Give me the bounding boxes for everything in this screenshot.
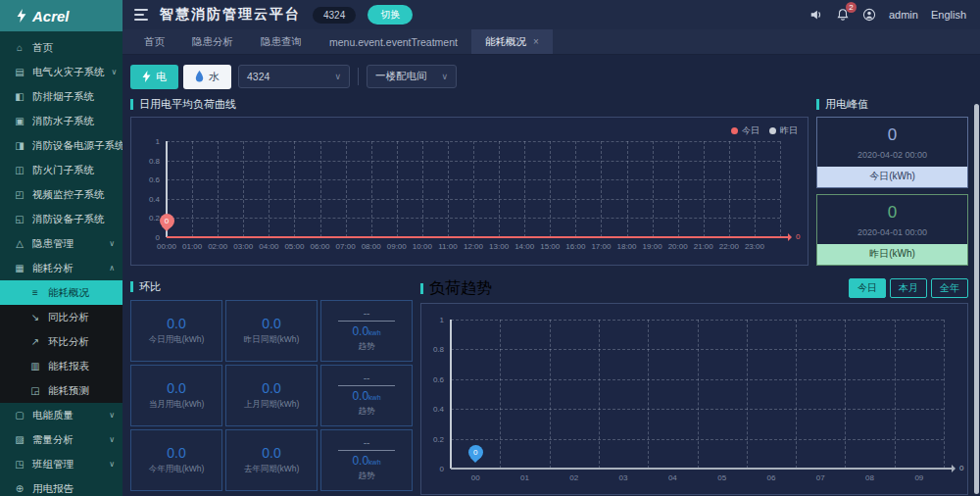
x-axis-tick: 06 (752, 473, 791, 482)
ring-card-1: 0.0昨日同期(kWh) (225, 300, 318, 362)
sidebar-item-fire-device[interactable]: ◱消防设备子系统 (0, 207, 122, 231)
data-point-marker: 0 (160, 214, 174, 228)
circuit-select[interactable]: 一楼配电间 ∨ (367, 65, 457, 88)
v-gridline (320, 141, 321, 237)
tab-energy-overview[interactable]: 能耗概况× (471, 29, 553, 54)
sidebar-item-energy-analysis[interactable]: ▦能耗分析∧ (0, 256, 122, 280)
tab-hazard-query[interactable]: 隐患查询 (247, 29, 316, 54)
device-icon: ◱ (14, 214, 25, 224)
v-gridline (524, 141, 525, 237)
v-gridline (550, 141, 551, 237)
v-gridline (780, 141, 781, 237)
range-button-1[interactable]: 本月 (890, 278, 927, 298)
tab-hazard-analysis[interactable]: 隐患分析 (178, 29, 247, 54)
ring-ratio-value: 0.0kwh (352, 324, 380, 338)
sidebar-item-power-report[interactable]: ⊕用电报告 (0, 476, 122, 496)
ring-title: 环比 (139, 279, 161, 294)
peak-title: 用电峰值 (825, 97, 868, 112)
ring-card-label: 趋势 (359, 341, 375, 353)
ring-card-label: 趋势 (359, 471, 375, 482)
user-avatar-icon[interactable] (862, 8, 876, 22)
water-system-icon: ▣ (14, 116, 25, 126)
sidebar-item-team-mgmt[interactable]: ◳班组管理∨ (0, 452, 122, 476)
axis-arrow-icon (952, 465, 959, 472)
list-icon: ≡ (29, 287, 41, 298)
switch-button[interactable]: 切换 (368, 5, 413, 25)
peak-label-yesterday: 昨日(kWh) (817, 244, 967, 265)
x-axis-tick: 02 (555, 473, 594, 482)
v-gridline (397, 141, 398, 237)
tab-label: 隐患分析 (192, 35, 233, 49)
station-select[interactable]: 4324 ∨ (238, 65, 350, 88)
sidebar-item-fire-door[interactable]: ◫防火门子系统 (0, 158, 122, 182)
load-curve-chart: 今日昨日 10.80.60.40.2000:0001:0002:0003:000… (130, 117, 808, 266)
tab-event-treatment[interactable]: menu.event.eventTreatment (316, 29, 471, 54)
range-button-2[interactable]: 全年 (931, 278, 968, 298)
sidebar-item-home[interactable]: ⌂首页 (0, 35, 122, 60)
username-link[interactable]: admin (889, 9, 918, 21)
sidebar-item-demand-analysis[interactable]: ▨需量分析∨ (0, 427, 122, 452)
tab-bar: 首页隐患分析隐患查询menu.event.eventTreatment能耗概况× (122, 29, 980, 55)
v-gridline (192, 141, 193, 237)
sidebar-item-energy-report[interactable]: ▥能耗报表 (0, 354, 122, 378)
sidebar-item-electrical-fire[interactable]: ▤电气火灾子系统∨ (0, 60, 122, 84)
chevron-down-icon: ∨ (109, 460, 115, 469)
menu-collapse-icon[interactable] (134, 9, 148, 21)
notifications-button[interactable]: 2 (836, 8, 850, 22)
language-link[interactable]: English (931, 9, 966, 21)
ring-card-value: 0.0 (262, 380, 280, 396)
legend-item[interactable]: 昨日 (769, 124, 798, 137)
range-button-0[interactable]: 今日 (849, 278, 886, 298)
sidebar-item-power-quality[interactable]: ▢电能质量∨ (0, 403, 122, 427)
legend-item[interactable]: 今日 (731, 124, 760, 137)
sidebar-item-energy-overview[interactable]: ≡能耗概况 (0, 280, 122, 305)
sidebar-item-label: 环比分析 (48, 335, 89, 349)
v-gridline (944, 320, 945, 469)
speaker-icon[interactable] (809, 8, 823, 22)
x-axis-line (451, 468, 952, 470)
sidebar-item-smoke-exhaust[interactable]: ◧防排烟子系统 (0, 84, 122, 109)
sidebar-item-label: 班组管理 (32, 458, 74, 471)
ring-ratio-divider (338, 321, 394, 322)
sidebar-item-yoy-analysis[interactable]: ↘同比分析 (0, 305, 122, 329)
sidebar-item-hazard-mgmt[interactable]: △隐患管理∨ (0, 231, 122, 256)
v-gridline (243, 141, 244, 237)
chevron-down-icon: ∨ (334, 72, 341, 81)
chevron-down-icon: ∨ (109, 239, 115, 248)
ring-ratio-value: 0.0kwh (352, 389, 380, 403)
v-gridline (550, 320, 551, 469)
close-tab-icon[interactable]: × (533, 36, 539, 47)
x-axis-tick: 05 (703, 473, 742, 482)
tab-label: 隐患查询 (261, 35, 302, 49)
sidebar-item-mom-analysis[interactable]: ↗环比分析 (0, 329, 122, 354)
ring-card-value: 0.0 (167, 445, 185, 461)
chevron-down-icon: ∨ (112, 68, 118, 76)
sidebar-item-label: 需量分析 (32, 433, 74, 447)
sidebar-item-video-monitor[interactable]: ◰视频监控子系统 (0, 182, 122, 207)
chevron-down-icon: ∨ (441, 72, 448, 81)
vertical-scrollbar[interactable] (974, 104, 979, 494)
tab-home[interactable]: 首页 (130, 29, 178, 54)
range-button-group: 今日本月全年 (849, 278, 968, 298)
water-filter-button[interactable]: 水 (183, 65, 231, 89)
chart-icon: ▤ (14, 67, 25, 77)
y-axis-tick: 0.6 (131, 175, 160, 184)
v-gridline (755, 141, 756, 237)
peak-card-today: 0 2020-04-02 00:00 今日(kWh) (816, 117, 968, 188)
home-icon: ⌂ (14, 42, 25, 53)
tab-label: menu.event.eventTreatment (329, 36, 458, 48)
sidebar-item-label: 用电报告 (32, 482, 74, 496)
electric-filter-button[interactable]: 电 (130, 65, 178, 89)
v-gridline (678, 141, 679, 237)
accent-bar (420, 283, 423, 294)
ring-card-7: 0.0去年同期(kWh) (225, 429, 318, 491)
sidebar-item-label: 隐患管理 (32, 237, 74, 251)
sidebar-item-fire-power[interactable]: ◨消防设备电源子系统 (0, 133, 122, 158)
y-axis-tick: 0.8 (421, 345, 444, 354)
v-gridline (473, 141, 474, 237)
energy-icon: ▦ (14, 263, 25, 273)
topbar: 智慧消防管理云平台 4324 切换 2 (122, 0, 980, 29)
sidebar-item-fire-water[interactable]: ▣消防水子系统 (0, 109, 122, 133)
v-gridline (601, 141, 602, 237)
sidebar-item-energy-forecast[interactable]: ◲能耗预测 (0, 378, 122, 403)
